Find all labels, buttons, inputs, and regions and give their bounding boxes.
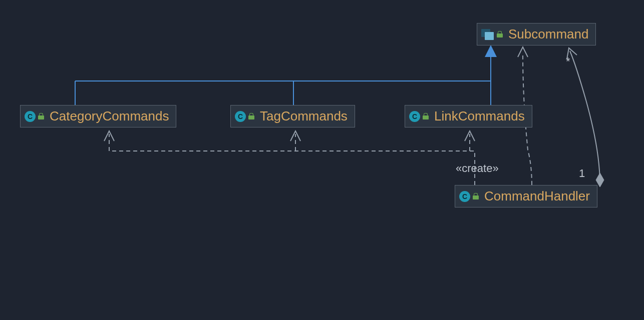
class-category-commands[interactable]: C CategoryCommands xyxy=(20,105,176,128)
create-arrow-category xyxy=(104,131,114,141)
class-icon: C xyxy=(409,111,429,122)
aggregation-line xyxy=(570,51,600,184)
create-arrow-link xyxy=(465,131,475,141)
connections-layer xyxy=(0,0,644,320)
create-arrow-subcommand xyxy=(518,47,528,57)
class-icon: C xyxy=(25,111,45,122)
class-subcommand[interactable]: Subcommand xyxy=(477,23,596,46)
create-arrow-tag xyxy=(290,131,300,141)
class-icon: C xyxy=(459,191,479,202)
class-label: LinkCommands xyxy=(434,108,525,124)
class-icon: C xyxy=(235,111,255,122)
class-label: TagCommands xyxy=(260,108,348,124)
class-label: CommandHandler xyxy=(484,188,590,204)
class-label: CategoryCommands xyxy=(50,108,169,124)
interface-icon xyxy=(481,29,503,40)
create-bus xyxy=(109,151,475,185)
create-stereotype-label: «create» xyxy=(456,162,499,175)
class-tag-commands[interactable]: C TagCommands xyxy=(230,105,355,128)
multiplicity-one: 1 xyxy=(579,167,585,180)
class-label: Subcommand xyxy=(508,26,588,42)
realization-arrowhead xyxy=(485,45,497,57)
class-command-handler[interactable]: C CommandHandler xyxy=(455,185,597,208)
class-link-commands[interactable]: C LinkCommands xyxy=(405,105,532,128)
multiplicity-star: * xyxy=(566,55,570,68)
